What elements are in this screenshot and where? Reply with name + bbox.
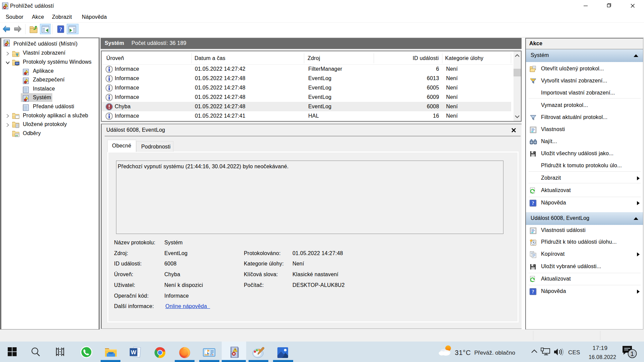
svg-text:?: ? [532, 200, 534, 206]
svg-text:W: W [131, 349, 137, 356]
svg-text:1: 1 [631, 350, 634, 357]
svg-text:?: ? [532, 289, 534, 294]
svg-text:?: ? [59, 26, 62, 33]
